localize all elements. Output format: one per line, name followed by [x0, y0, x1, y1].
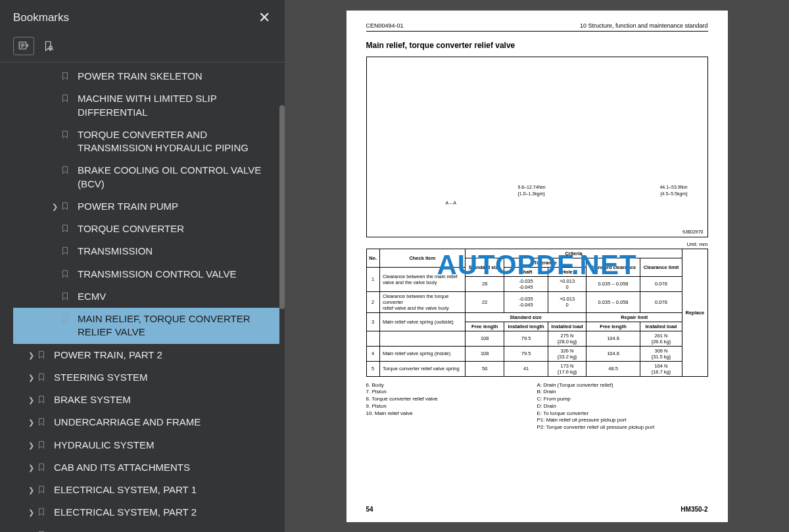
- td: Main relief valve spring (outside): [379, 312, 465, 331]
- th: Free length: [465, 322, 504, 331]
- td: 1: [366, 267, 379, 291]
- svg-line-5: [52, 49, 53, 50]
- td: -0.035 -0.045: [504, 276, 548, 291]
- bookmark-item[interactable]: ❯BRAKE SYSTEM: [13, 389, 279, 411]
- th-shaft: Shaft: [504, 267, 548, 276]
- bookmark-label: ELECTRICAL SYSTEM, PART 1: [54, 483, 277, 496]
- bookmark-label: POWER TRAIN, PART 2: [54, 349, 277, 362]
- th-check: Check item: [379, 249, 465, 267]
- bookmark-item[interactable]: ❯POWER TRAIN, PART 2: [13, 344, 279, 366]
- outline-options-button[interactable]: [13, 37, 34, 55]
- bookmark-label: CAB AND ITS ATTACHMENTS: [54, 461, 277, 474]
- th: Installed load: [548, 322, 586, 331]
- bookmark-icon: [60, 291, 71, 302]
- chevron-right-icon[interactable]: ❯: [25, 463, 37, 473]
- td: 79.5: [504, 331, 548, 346]
- technical-diagram: 9JB02970 A – A 9.8–12.74Nm {1.0–1.3kgm} …: [366, 57, 708, 237]
- model-code: HM350-2: [681, 506, 707, 513]
- td: +0.013 0: [548, 291, 586, 312]
- bookmark-icon: [37, 372, 47, 383]
- bookmark-icon: [60, 201, 71, 212]
- bookmark-item[interactable]: ❯UNDERCARRIAGE AND FRAME: [13, 411, 279, 433]
- bookmark-icon: [37, 484, 47, 496]
- bookmark-label: TORQUE CONVERTER: [78, 222, 277, 235]
- bookmark-label: ELECTRICAL SYSTEM, PART 3: [54, 529, 277, 533]
- chevron-right-icon[interactable]: ❯: [25, 508, 37, 518]
- bookmark-item[interactable]: TORQUE CONVERTER: [13, 218, 279, 240]
- chevron-right-icon[interactable]: ❯: [25, 351, 37, 360]
- td: 4: [366, 346, 379, 361]
- td: 48.5: [586, 361, 640, 376]
- bookmark-icon: [60, 129, 71, 141]
- torque-1b: {1.0–1.3kgm}: [518, 191, 545, 196]
- bookmarks-list[interactable]: POWER TRAIN SKELETONMACHINE WITH LIMITED…: [0, 62, 285, 532]
- bookmark-label: TRANSMISSION: [78, 245, 277, 258]
- th-hole: Hole: [548, 267, 586, 276]
- td: -0.035 -0.045: [504, 291, 548, 312]
- chevron-right-icon[interactable]: ❯: [49, 202, 60, 212]
- td: 104.8: [586, 331, 640, 346]
- td: 0.078: [640, 276, 682, 291]
- bookmark-item[interactable]: TORQUE CONVERTER AND TRANSMISSION HYDRAU…: [13, 124, 279, 160]
- close-icon[interactable]: ✕: [254, 8, 274, 28]
- chevron-right-icon[interactable]: ❯: [25, 441, 37, 450]
- bookmark-item[interactable]: TRANSMISSION CONTROL VALVE: [13, 263, 279, 285]
- bookmark-label: UNDERCARRIAGE AND FRAME: [54, 416, 277, 429]
- legend-item: 6. Body: [366, 382, 537, 389]
- page-footer: 54 HM350-2: [366, 506, 708, 513]
- th-clrlim: Clearance limit: [640, 258, 682, 276]
- td: 0.078: [640, 291, 682, 312]
- td: 309 N {31.5 kg}: [640, 346, 682, 361]
- legend-item: C: From pump: [537, 396, 708, 403]
- section-title: 10 Structure, function and maintenance s…: [580, 22, 708, 29]
- bookmark-icon: [37, 394, 47, 406]
- figure-code: 9JB02970: [682, 230, 704, 234]
- bookmark-icon: [60, 245, 71, 257]
- bookmark-item[interactable]: ❯STEERING SYSTEM: [13, 366, 279, 389]
- torque-2b: {4.5–5.5kgm}: [660, 191, 687, 196]
- td: 28: [465, 276, 504, 291]
- bookmark-item[interactable]: ❯POWER TRAIN PUMP: [13, 195, 279, 218]
- bookmark-item[interactable]: MACHINE WITH LIMITED SLIP DIFFERENTIAL: [13, 87, 279, 124]
- legend: 6. Body7. Piston8. Torque converter reli…: [366, 382, 708, 432]
- th-criteria: Criteria: [465, 249, 682, 258]
- bookmark-item[interactable]: ❯ELECTRICAL SYSTEM, PART 2: [13, 501, 279, 523]
- find-bookmark-button[interactable]: [38, 37, 59, 55]
- bookmark-icon: [60, 93, 71, 105]
- torque-2a: 44.1–53.9Nm: [659, 185, 687, 189]
- bookmark-item[interactable]: TRANSMISSION: [13, 240, 279, 262]
- td: 2: [366, 291, 379, 312]
- bookmark-icon: [60, 268, 71, 280]
- legend-item: A: Drain (Torque converter relief): [537, 382, 708, 389]
- bookmark-item[interactable]: ❯ELECTRICAL SYSTEM, PART 3: [13, 524, 279, 533]
- chevron-right-icon[interactable]: ❯: [25, 485, 37, 495]
- section-label: A – A: [446, 201, 456, 205]
- th-tol: Tolerance: [504, 258, 586, 267]
- th-no: No.: [366, 249, 379, 267]
- page-number: 54: [366, 506, 373, 513]
- bookmark-icon: [37, 349, 47, 361]
- bookmark-icon: [37, 506, 47, 518]
- page-header: CEN00494-01 10 Structure, function and m…: [366, 22, 708, 32]
- chevron-right-icon[interactable]: ❯: [25, 418, 37, 427]
- bookmark-label: ECMV: [78, 290, 277, 303]
- bookmark-item[interactable]: BRAKE COOLING OIL CONTROL VALVE (BCV): [13, 159, 279, 195]
- td: +0.013 0: [548, 276, 586, 291]
- bookmark-item[interactable]: ❯ELECTRICAL SYSTEM, PART 1: [13, 479, 279, 501]
- bookmark-item[interactable]: ECMV: [13, 285, 279, 308]
- chevron-right-icon[interactable]: ❯: [25, 395, 37, 405]
- td: Clearance between the torque converter r…: [379, 291, 465, 312]
- legend-item: D: Drain: [537, 403, 708, 410]
- bookmark-icon: [37, 416, 47, 428]
- bookmark-icon: [37, 529, 47, 533]
- bookmark-item[interactable]: ❯CAB AND ITS ATTACHMENTS: [13, 456, 279, 479]
- doc-code: CEN00494-01: [366, 22, 404, 29]
- bookmark-item[interactable]: ❯HYDRAULIC SYSTEM: [13, 434, 279, 456]
- legend-item: 7. Piston: [366, 389, 537, 396]
- bookmark-item[interactable]: MAIN RELIEF, TORQUE CONVERTER RELIEF VAL…: [13, 308, 279, 344]
- bookmark-item[interactable]: POWER TRAIN SKELETON: [13, 65, 279, 87]
- td: Torque converter relief valve spring: [379, 361, 465, 376]
- chevron-right-icon[interactable]: ❯: [25, 373, 37, 383]
- spec-table: No. Check item Criteria Replace Standard…: [366, 249, 708, 377]
- scrollbar-thumb[interactable]: [279, 105, 285, 309]
